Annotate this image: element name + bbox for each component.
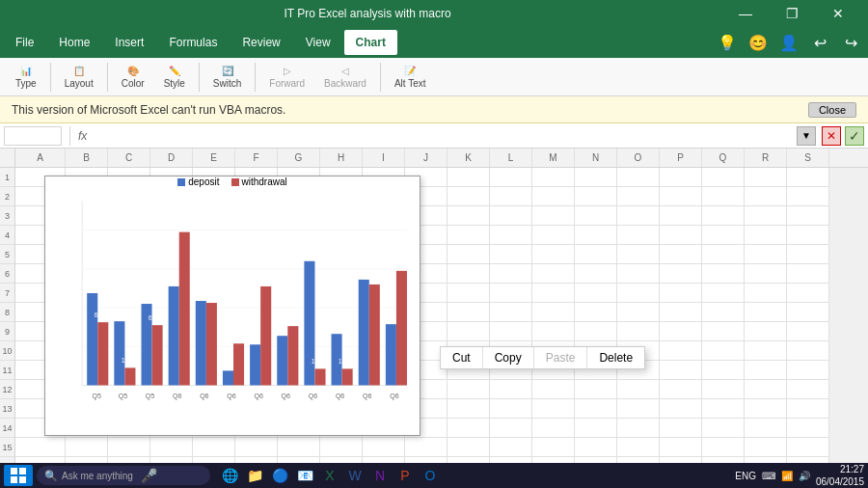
cell-R9[interactable] (745, 322, 787, 341)
cell-Q13[interactable] (702, 399, 745, 419)
cell-Q7[interactable] (702, 284, 745, 303)
cell-S12[interactable] (787, 380, 829, 399)
cell-I15[interactable] (363, 438, 405, 457)
formula-dropdown[interactable]: ▼ (797, 126, 816, 146)
cell-L8[interactable] (490, 303, 532, 322)
taskbar-edge[interactable]: 🌐 (218, 465, 241, 486)
cell-R4[interactable] (745, 226, 787, 245)
cell-L4[interactable] (490, 226, 532, 245)
cut-button[interactable]: Cut (441, 347, 483, 368)
cell-R6[interactable] (745, 264, 787, 284)
cell-K4[interactable] (448, 226, 490, 245)
cell-L6[interactable] (490, 264, 532, 284)
cell-R13[interactable] (745, 399, 787, 419)
cell-J15[interactable] (405, 438, 448, 457)
cell-N4[interactable] (575, 226, 617, 245)
cell-D15[interactable] (150, 438, 193, 457)
menu-view[interactable]: View (294, 30, 342, 55)
start-button[interactable] (4, 465, 33, 486)
formula-input[interactable] (95, 129, 793, 143)
cell-C15[interactable] (108, 438, 150, 457)
cell-N5[interactable] (575, 245, 617, 264)
cell-M9[interactable] (532, 322, 575, 341)
cell-S15[interactable] (787, 438, 829, 457)
menu-formulas[interactable]: Formulas (157, 30, 229, 55)
warning-close-button[interactable]: Close (808, 102, 856, 118)
cell-S1[interactable] (787, 168, 829, 187)
cell-M4[interactable] (532, 226, 575, 245)
cell-L13[interactable] (490, 399, 532, 419)
cell-K3[interactable] (448, 206, 490, 226)
cell-Q8[interactable] (702, 303, 745, 322)
cell-P4[interactable] (660, 226, 702, 245)
cell-N3[interactable] (575, 206, 617, 226)
taskbar-explorer[interactable]: 📁 (243, 465, 266, 486)
layout-button[interactable]: 📋 Layout (57, 60, 101, 95)
forward-button[interactable]: ▷ Forward (261, 60, 312, 95)
cell-Q14[interactable] (702, 419, 745, 438)
cell-Q1[interactable] (702, 168, 745, 187)
cell-N2[interactable] (575, 187, 617, 206)
cell-Q15[interactable] (702, 438, 745, 457)
cell-N6[interactable] (575, 264, 617, 284)
cell-N1[interactable] (575, 168, 617, 187)
taskbar-word[interactable]: W (343, 465, 366, 486)
cell-K2[interactable] (448, 187, 490, 206)
cell-O2[interactable] (617, 187, 660, 206)
menu-file[interactable]: File (4, 30, 45, 55)
share-icon[interactable]: 👤 (775, 30, 802, 55)
cell-E15[interactable] (193, 438, 235, 457)
switch-button[interactable]: 🔄 Switch (205, 60, 249, 95)
cell-L14[interactable] (490, 419, 532, 438)
cell-Q2[interactable] (702, 187, 745, 206)
cell-Q4[interactable] (702, 226, 745, 245)
cell-N15[interactable] (575, 438, 617, 457)
taskbar-ppt[interactable]: P (393, 465, 417, 486)
cell-H15[interactable] (320, 438, 363, 457)
cell-O14[interactable] (617, 419, 660, 438)
cell-N9[interactable] (575, 322, 617, 341)
cell-P11[interactable] (660, 361, 702, 380)
name-box[interactable] (4, 126, 62, 146)
cell-N7[interactable] (575, 284, 617, 303)
cell-O6[interactable] (617, 264, 660, 284)
cell-N14[interactable] (575, 419, 617, 438)
cell-N12[interactable] (575, 380, 617, 399)
cell-K14[interactable] (448, 419, 490, 438)
cell-S14[interactable] (787, 419, 829, 438)
cell-P3[interactable] (660, 206, 702, 226)
cell-S10[interactable] (787, 341, 829, 361)
menu-review[interactable]: Review (231, 30, 291, 55)
cell-S5[interactable] (787, 245, 829, 264)
cell-K6[interactable] (448, 264, 490, 284)
backward-button[interactable]: ◁ Backward (316, 60, 374, 95)
delete-button[interactable]: Delete (587, 347, 644, 368)
close-button[interactable]: ✕ (816, 0, 860, 27)
cell-S2[interactable] (787, 187, 829, 206)
cell-Q12[interactable] (702, 380, 745, 399)
cell-R8[interactable] (745, 303, 787, 322)
cell-Q3[interactable] (702, 206, 745, 226)
cell-Q9[interactable] (702, 322, 745, 341)
cell-K5[interactable] (448, 245, 490, 264)
cell-M14[interactable] (532, 419, 575, 438)
cell-P13[interactable] (660, 399, 702, 419)
taskbar-outlook[interactable]: O (419, 465, 442, 486)
cell-P1[interactable] (660, 168, 702, 187)
cell-R5[interactable] (745, 245, 787, 264)
lightbulb-icon[interactable]: 💡 (714, 30, 741, 55)
cell-N8[interactable] (575, 303, 617, 322)
cell-O9[interactable] (617, 322, 660, 341)
cell-P9[interactable] (660, 322, 702, 341)
cell-A15[interactable] (15, 438, 66, 457)
cell-P12[interactable] (660, 380, 702, 399)
cell-R14[interactable] (745, 419, 787, 438)
cell-O7[interactable] (617, 284, 660, 303)
cell-O1[interactable] (617, 168, 660, 187)
cell-O15[interactable] (617, 438, 660, 457)
cell-S11[interactable] (787, 361, 829, 380)
cell-P5[interactable] (660, 245, 702, 264)
cell-R7[interactable] (745, 284, 787, 303)
cell-L7[interactable] (490, 284, 532, 303)
cell-P6[interactable] (660, 264, 702, 284)
